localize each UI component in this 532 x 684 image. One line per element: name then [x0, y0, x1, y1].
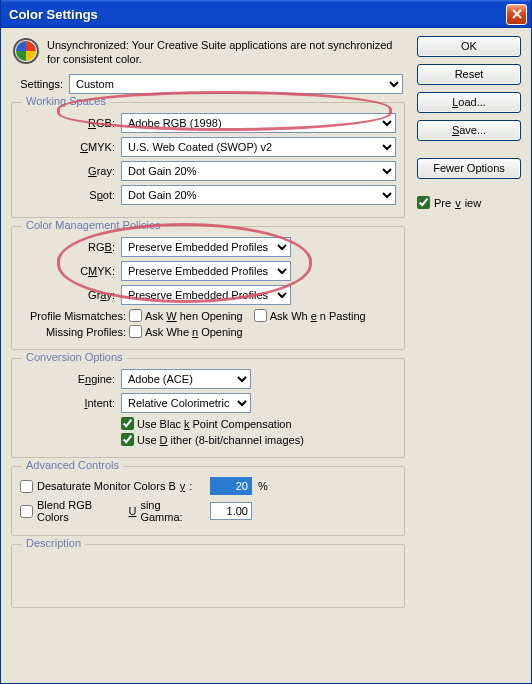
- window-title: Color Settings: [9, 7, 506, 22]
- group-title-conversion: Conversion Options: [22, 351, 127, 363]
- group-description: Description: [11, 544, 405, 608]
- main-panel: Unsynchronized: Your Creative Suite appl…: [9, 36, 407, 675]
- pol-gray-label: Gray:: [20, 289, 115, 301]
- ws-cmyk-select[interactable]: U.S. Web Coated (SWOP) v2: [121, 137, 396, 157]
- save-button[interactable]: Save...: [417, 120, 521, 141]
- profile-mismatch-label: Profile Mismatches:: [20, 310, 126, 322]
- sync-status-icon: [13, 38, 39, 64]
- pol-rgb-label: RGB:: [20, 241, 115, 253]
- ws-gray-label: Gray:: [20, 165, 115, 177]
- bpc-check[interactable]: Use Black Point Compensation: [121, 417, 292, 430]
- group-title-working-spaces: Working Spaces: [22, 95, 110, 107]
- conv-engine-label: Engine:: [20, 373, 115, 385]
- pol-rgb-select[interactable]: Preserve Embedded Profiles: [121, 237, 291, 257]
- close-icon: [512, 9, 522, 19]
- mismatch-ask-paste-checkbox[interactable]: [254, 309, 267, 322]
- close-button[interactable]: [506, 4, 527, 25]
- conv-intent-select[interactable]: Relative Colorimetric: [121, 393, 251, 413]
- group-title-description: Description: [22, 537, 85, 549]
- ws-spot-label: Spot:: [20, 189, 115, 201]
- group-working-spaces: Working Spaces RGB: Adobe RGB (1998) CMY…: [11, 102, 405, 218]
- desat-input[interactable]: [210, 477, 252, 495]
- missing-ask-open[interactable]: Ask When Opening: [129, 325, 243, 338]
- pol-cmyk-label: CMYK:: [20, 265, 115, 277]
- titlebar: Color Settings: [1, 0, 531, 28]
- conv-engine-select[interactable]: Adobe (ACE): [121, 369, 251, 389]
- group-title-advanced: Advanced Controls: [22, 459, 123, 471]
- dither-checkbox[interactable]: [121, 433, 134, 446]
- desat-unit: %: [258, 480, 268, 492]
- fewer-options-button[interactable]: Fewer Options: [417, 158, 521, 179]
- group-advanced: Advanced Controls Desaturate Monitor Col…: [11, 466, 405, 536]
- button-panel: OK Reset Load... Save... Fewer Options P…: [417, 36, 523, 211]
- reset-button[interactable]: Reset: [417, 64, 521, 85]
- ws-cmyk-label: CMYK:: [20, 141, 115, 153]
- pol-cmyk-select[interactable]: Preserve Embedded Profiles: [121, 261, 291, 281]
- missing-ask-open-checkbox[interactable]: [129, 325, 142, 338]
- desat-check[interactable]: Desaturate Monitor Colors By:: [20, 480, 204, 493]
- pol-gray-select[interactable]: Preserve Embedded Profiles: [121, 285, 291, 305]
- mismatch-ask-open-checkbox[interactable]: [129, 309, 142, 322]
- settings-label: Settings:: [13, 78, 63, 90]
- ok-button[interactable]: OK: [417, 36, 521, 57]
- group-conversion: Conversion Options Engine: Adobe (ACE) I…: [11, 358, 405, 458]
- ws-rgb-select[interactable]: Adobe RGB (1998): [121, 113, 396, 133]
- blend-checkbox[interactable]: [20, 505, 33, 518]
- ws-spot-select[interactable]: Dot Gain 20%: [121, 185, 396, 205]
- dither-check[interactable]: Use Dither (8-bit/channel images): [121, 433, 304, 446]
- load-button[interactable]: Load...: [417, 92, 521, 113]
- blend-input[interactable]: [210, 502, 252, 520]
- ws-gray-select[interactable]: Dot Gain 20%: [121, 161, 396, 181]
- settings-select[interactable]: Custom: [69, 74, 403, 94]
- mismatch-ask-open[interactable]: Ask When Opening: [129, 309, 243, 322]
- preview-checkbox[interactable]: [417, 196, 430, 209]
- missing-profiles-label: Missing Profiles:: [20, 326, 126, 338]
- group-policies: Color Management Policies RGB: Preserve …: [11, 226, 405, 350]
- ws-rgb-label: RGB:: [20, 117, 115, 129]
- blend-check[interactable]: Blend RGB Colors Using Gamma:: [20, 499, 204, 523]
- desat-checkbox[interactable]: [20, 480, 33, 493]
- group-title-policies: Color Management Policies: [22, 219, 165, 231]
- sync-status-text: Unsynchronized: Your Creative Suite appl…: [47, 38, 403, 66]
- mismatch-ask-paste[interactable]: Ask When Pasting: [254, 309, 366, 322]
- preview-check[interactable]: Preview: [417, 196, 481, 209]
- sync-status-row: Unsynchronized: Your Creative Suite appl…: [9, 36, 407, 72]
- conv-intent-label: Intent:: [20, 397, 115, 409]
- bpc-checkbox[interactable]: [121, 417, 134, 430]
